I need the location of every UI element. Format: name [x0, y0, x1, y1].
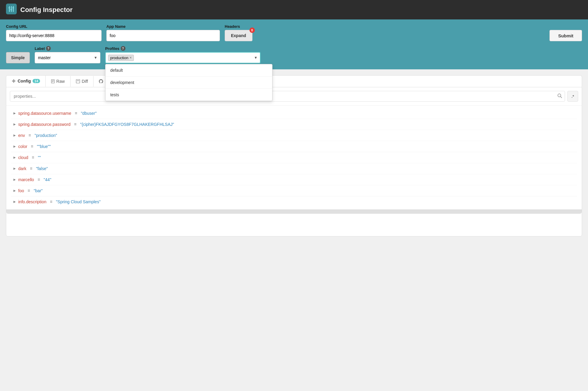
svg-rect-6	[12, 7, 14, 8]
profile-tag-label: production	[110, 56, 128, 60]
profiles-dropdown: default development tests	[105, 64, 272, 101]
config-value: "production"	[35, 133, 57, 138]
headers-badge: 0	[249, 28, 255, 33]
tab-config-label: Config	[18, 79, 31, 83]
tabs-bar: Config 14 Raw Diff GitHub	[6, 75, 582, 87]
config-value: "{cipher}FKSAJDFGYOS8F7GLHAKERGFHLSAJ"	[80, 122, 174, 127]
expand-button[interactable]: Expand	[225, 30, 252, 41]
regex-icon: .*	[572, 94, 574, 99]
label-help-icon[interactable]: ?	[46, 46, 51, 51]
expand-arrow-icon[interactable]: ▶	[13, 200, 16, 203]
profiles-input-box[interactable]: production ×	[105, 52, 261, 63]
search-icon	[557, 93, 562, 98]
headers-group: Headers Expand 0	[225, 24, 252, 41]
search-input[interactable]	[10, 91, 565, 102]
label-label: Label ?	[35, 46, 100, 51]
regex-button[interactable]: .*	[567, 91, 578, 102]
profiles-container: production × ▼ default development tests	[105, 52, 261, 63]
config-url-label: Config URL	[6, 24, 102, 29]
config-value: ""	[38, 155, 41, 160]
app-name-group: App Name	[106, 24, 220, 41]
search-bar: .*	[6, 87, 582, 106]
config-item-env: ▶ env = "production"	[11, 130, 577, 141]
github-icon	[99, 79, 103, 83]
config-item-cloud: ▶ cloud = ""	[11, 152, 577, 163]
config-url-group: Config URL	[6, 24, 102, 41]
expand-arrow-icon[interactable]: ▶	[13, 123, 16, 126]
svg-rect-5	[10, 9, 12, 10]
expand-arrow-icon[interactable]: ▶	[13, 167, 16, 170]
config-key: spring.datasource.username	[18, 111, 71, 116]
config-item-marcello: ▶ marcello = "44"	[11, 174, 577, 185]
config-item-foo: ▶ foo = "bar"	[11, 185, 577, 196]
app-name-input[interactable]	[106, 30, 220, 41]
expand-arrow-icon[interactable]: ▶	[13, 145, 16, 148]
svg-rect-1	[9, 6, 10, 12]
tab-raw-label: Raw	[56, 79, 65, 84]
label-group: Label ? master main develop ▼	[35, 46, 100, 63]
config-value: ""blue""	[37, 144, 51, 149]
label-select-wrapper: master main develop ▼	[35, 52, 100, 63]
profile-tag-production: production ×	[108, 55, 134, 61]
tab-config[interactable]: Config 14	[6, 76, 46, 87]
svg-rect-3	[13, 6, 14, 12]
tab-raw[interactable]: Raw	[46, 76, 71, 87]
config-item-info-description: ▶ info.description = "Spring Cloud Sampl…	[11, 196, 577, 207]
config-value: "bar"	[34, 188, 43, 193]
profile-tag-remove-icon[interactable]: ×	[130, 56, 132, 60]
config-key: info.description	[18, 199, 46, 204]
expand-arrow-icon[interactable]: ▶	[13, 178, 16, 181]
app-title: Config Inspector	[20, 6, 73, 14]
app-name-label: App Name	[106, 24, 220, 29]
expand-arrow-icon[interactable]: ▶	[13, 189, 16, 192]
profiles-label: Profiles ?	[105, 46, 261, 51]
profiles-group: Profiles ? production × ▼ default develo…	[105, 46, 261, 63]
submit-button[interactable]: Submit	[549, 30, 582, 41]
config-key: dark	[18, 166, 26, 171]
horizontal-scrollbar[interactable]	[6, 210, 582, 214]
search-button[interactable]	[557, 93, 562, 99]
header-bar: Config Inspector	[0, 0, 588, 19]
config-item-datasource-password: ▶ spring.datasource.password = "{cipher}…	[11, 119, 577, 130]
expand-arrow-icon[interactable]: ▶	[13, 156, 16, 159]
config-icon	[12, 79, 16, 83]
config-key: cloud	[18, 155, 28, 160]
config-list: ▶ spring.datasource.username = "dbuser" …	[6, 106, 582, 210]
svg-line-20	[561, 97, 562, 98]
config-key: env	[18, 133, 25, 138]
label-select[interactable]: master main develop	[35, 52, 100, 63]
headers-label: Headers	[225, 24, 252, 29]
tab-diff-label: Diff	[82, 79, 88, 84]
raw-icon	[51, 79, 55, 83]
app-logo-icon	[6, 4, 17, 16]
config-value: "44"	[44, 177, 51, 182]
config-item-color: ▶ color = ""blue""	[11, 141, 577, 152]
toolbar: Config URL App Name Headers Expand 0 Sub…	[0, 19, 588, 69]
main-content: Config 14 Raw Diff GitHub	[0, 69, 588, 242]
config-key: spring.datasource.password	[18, 122, 71, 127]
tab-config-badge: 14	[33, 79, 40, 83]
tab-diff[interactable]: Diff	[71, 76, 94, 87]
config-item-datasource-username: ▶ spring.datasource.username = "dbuser"	[11, 108, 577, 119]
headers-btn-wrapper: Expand 0	[225, 30, 252, 41]
expand-arrow-icon[interactable]: ▶	[13, 112, 16, 115]
diff-icon	[76, 79, 80, 83]
config-value: "dbuser"	[81, 111, 97, 116]
config-item-dark: ▶ dark = "false"	[11, 163, 577, 174]
profiles-dropdown-item-development[interactable]: development	[105, 77, 272, 89]
config-key: foo	[18, 188, 24, 193]
simple-button[interactable]: Simple	[6, 52, 30, 63]
toolbar-row1: Config URL App Name Headers Expand 0 Sub…	[6, 24, 582, 41]
profiles-dropdown-item-default[interactable]: default	[105, 64, 272, 77]
profiles-dropdown-item-tests[interactable]: tests	[105, 89, 272, 101]
config-key: color	[18, 144, 27, 149]
config-value: "false"	[36, 166, 48, 171]
config-value: "Spring Cloud Samples"	[56, 199, 100, 204]
expand-arrow-icon[interactable]: ▶	[13, 134, 16, 137]
config-url-input[interactable]	[6, 30, 102, 41]
svg-point-7	[13, 80, 15, 82]
svg-rect-4	[8, 7, 10, 8]
profiles-help-icon[interactable]: ?	[121, 46, 125, 51]
content-panel: .* ▶ spring.datasource.username = "dbuse…	[6, 87, 582, 236]
toolbar-row2: Simple Label ? master main develop ▼ Pro…	[6, 46, 582, 63]
